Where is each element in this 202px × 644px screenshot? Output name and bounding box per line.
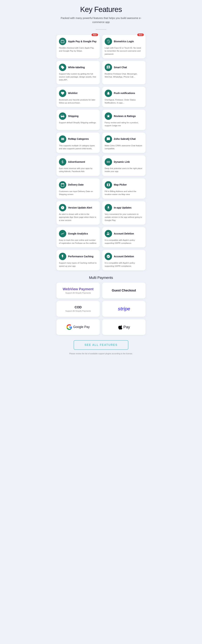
feature-desc-version-update-alert: An alert is shown with a link to the app…: [59, 213, 97, 222]
feature-card-performance-caching: Performance Caching Support many types o…: [56, 250, 100, 270]
feature-desc-google-analytics: Easy to track the user online and number…: [59, 239, 97, 245]
feature-icon-smart-chat: [105, 64, 112, 71]
feature-title-wishlist: Wishlist: [68, 92, 78, 95]
feature-title-dynamic-link: Dynamic Link: [114, 160, 130, 164]
page-subtitle: Packed with many powerful features that …: [56, 16, 146, 24]
feature-title-remap-categories: ReMap Categores: [68, 137, 89, 140]
feature-card-header: Biometrics Login: [105, 38, 143, 45]
feature-card-zoho-chat: Zoho SalesIQ Chat Make Zoho CRM's awesom…: [102, 132, 146, 153]
divider: [96, 29, 106, 30]
feature-title-biometrics-login: Biometrics Login: [114, 40, 134, 43]
feature-card-header: Account Deletion: [105, 230, 143, 237]
googlepay-wrapper: Google Pay: [66, 324, 90, 330]
payment-title-googlepay: Google Pay: [73, 325, 90, 329]
payments-grid: WebView Payment Support All Shopify Paym…: [56, 282, 146, 335]
feature-card-reviews-ratings: Reviews & Ratings Fancy review and ratin…: [102, 110, 146, 130]
feature-title-apple-google-pay: Apple Pay & Google Pay: [68, 40, 96, 43]
feature-desc-remap-categories: This supports multiple UI category types…: [59, 144, 97, 150]
feature-card-header: Shipping: [59, 112, 97, 120]
feature-card-header: Account Deletion: [105, 253, 143, 260]
feature-icon-remap-categories: [59, 136, 66, 143]
feature-desc-wishlist: Bookmark your favorite products for late…: [59, 98, 97, 104]
feature-title-white-labeling: White-labeling: [68, 66, 85, 69]
feature-card-header: Version Update Alert: [59, 204, 97, 211]
feature-title-delivery-date: Delivery Date: [68, 183, 84, 186]
feature-icon-advertisement: [59, 158, 66, 166]
feature-card-header: Apple Pay & Google Pay: [59, 38, 97, 45]
feature-card-header: Wishlist: [59, 90, 97, 97]
feature-desc-delivery-date: Customers can input Delivery Date on Shi…: [59, 190, 97, 196]
new-badge: New: [137, 34, 144, 36]
feature-icon-white-labeling: [59, 64, 66, 71]
payment-card-cod: COD Support All Shopify Payments: [56, 301, 100, 317]
payment-card-webview: WebView Payment Support All Shopify Paym…: [56, 282, 100, 298]
feature-icon-performance-caching: [59, 253, 66, 260]
feature-card-google-analytics: Google Analytics Easy to track the user …: [56, 227, 100, 248]
feature-title-map-picker: Map Picker: [114, 183, 127, 186]
see-all-features-button[interactable]: SEE ALL FEATURES: [74, 340, 128, 350]
feature-icon-map-picker: [105, 181, 112, 188]
feature-card-dynamic-link: Dynamic Link Deep link potential users t…: [102, 156, 146, 176]
payment-subtitle-cod: Support All Shopify Payments: [66, 310, 91, 312]
feature-title-zoho-chat: Zoho SalesIQ Chat: [114, 137, 136, 140]
applepay-wrapper: Pay: [118, 325, 130, 330]
feature-card-header: Dynamic Link: [105, 158, 143, 166]
feature-desc-performance-caching: Support many types of Caching method to …: [59, 262, 97, 268]
feature-card-account-deletion: Account Deletion It is compatible with A…: [102, 227, 146, 248]
feature-title-smart-chat: Smart Chat: [114, 66, 127, 69]
feature-desc-apple-google-pay: Flexible checkout with Card, Apple Pay, …: [59, 46, 97, 52]
feature-icon-in-app-updates: [105, 204, 112, 211]
feature-title-account-deletion-2: Account Deletion: [114, 255, 134, 258]
feature-desc-biometrics-login: Login with Face ID or Touch ID. No need …: [105, 46, 143, 56]
feature-icon-wishlist: [59, 90, 66, 97]
feature-card-header: Reviews & Ratings: [105, 112, 143, 120]
feature-icon-google-analytics: [59, 230, 66, 237]
feature-title-in-app-updates: In-app Updates: [114, 206, 132, 209]
feature-card-apple-google-pay: New Apple Pay & Google Pay Flexible chec…: [56, 35, 100, 58]
feature-desc-map-picker: Fill in Billing Address and select the l…: [105, 190, 143, 196]
feature-title-push-notifications: Push notifications: [114, 92, 135, 95]
feature-card-shipping: Shipping Support default Shopify Shippin…: [56, 110, 100, 130]
feature-icon-push-notifications: [105, 90, 112, 97]
feature-card-push-notifications: Push notifications OneSignal, Firebase; …: [102, 87, 146, 107]
feature-icon-dynamic-link: [105, 158, 112, 166]
feature-icon-reviews-ratings: [105, 112, 112, 120]
payment-title-stripe: stripe: [118, 306, 130, 312]
feature-desc-zoho-chat: Make Zoho CRM's awesome Chat feature com…: [105, 144, 143, 150]
feature-icon-apple-google-pay: [59, 38, 66, 45]
feature-card-wishlist: Wishlist Bookmark your favorite products…: [56, 87, 100, 107]
feature-desc-account-deletion: It is compatible with Apple's policy sup…: [105, 239, 143, 245]
feature-title-performance-caching: Performance Caching: [68, 255, 94, 258]
feature-card-header: Google Analytics: [59, 230, 97, 237]
page-title: Key Features: [56, 5, 146, 14]
feature-card-map-picker: Map Picker Fill in Billing Address and s…: [102, 178, 146, 199]
feature-card-header: In-app Updates: [105, 204, 143, 211]
feature-desc-account-deletion-2: It is compatible with Apple's policy sup…: [105, 262, 143, 268]
apple-icon: [118, 325, 123, 330]
payment-title-webview: WebView Payment: [63, 287, 94, 291]
feature-icon-biometrics-login: [105, 38, 112, 45]
payment-title-applepay: Pay: [124, 325, 130, 329]
feature-title-advertisement: Advertisement: [68, 160, 85, 164]
feature-icon-shipping: [59, 112, 66, 120]
payment-card-stripe: stripe: [102, 301, 146, 317]
cta-section: SEE ALL FEATURES: [56, 340, 146, 350]
feature-title-shipping: Shipping: [68, 114, 78, 118]
feature-card-header: Smart Chat: [105, 64, 143, 71]
payments-section-title: Multi Payments: [56, 276, 146, 280]
feature-title-google-analytics: Google Analytics: [68, 232, 88, 235]
feature-card-header: Advertisement: [59, 158, 97, 166]
feature-card-header: ReMap Categores: [59, 136, 97, 143]
feature-desc-advertisement: Earn more revenue with your apps by usin…: [59, 167, 97, 173]
feature-card-header: Zoho SalesIQ Chat: [105, 136, 143, 143]
feature-card-delivery-date: Delivery Date Customers can input Delive…: [56, 178, 100, 199]
feature-card-version-update-alert: Version Update Alert An alert is shown w…: [56, 201, 100, 225]
feature-card-advertisement: Advertisement Earn more revenue with you…: [56, 156, 100, 176]
feature-desc-smart-chat: Realtime Firebase Chat, Messenger, WeCha…: [105, 72, 143, 78]
feature-desc-push-notifications: OneSignal, Firebase; Order Status Notifi…: [105, 98, 143, 104]
feature-desc-white-labeling: Support fully custom by getting the full…: [59, 72, 97, 82]
payment-subtitle-webview: Support All Shopify Payments: [66, 292, 91, 294]
feature-desc-in-app-updates: Very convenient for your customers to up…: [105, 213, 143, 222]
feature-desc-dynamic-link: Deep link potential users to the right p…: [105, 167, 143, 173]
feature-card-header: Delivery Date: [59, 181, 97, 188]
